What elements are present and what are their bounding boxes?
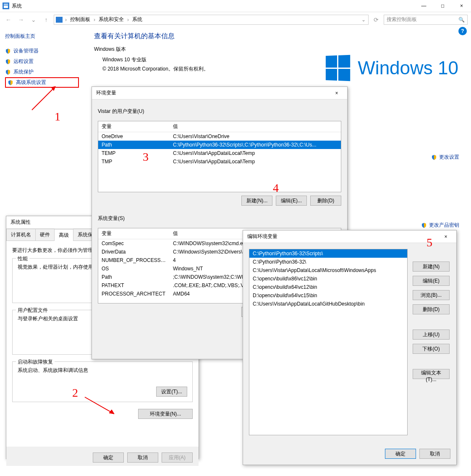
annotation-1: 1 bbox=[55, 110, 60, 123]
svg-line-0 bbox=[32, 86, 55, 110]
recent-dropdown[interactable]: ⌄ bbox=[29, 15, 39, 25]
path-row[interactable]: C:\Users\Vistar\AppData\Local\GitHubDesk… bbox=[249, 300, 407, 308]
path-edit-button[interactable]: 编辑(E) bbox=[413, 276, 450, 286]
env-title: 环境变量 bbox=[96, 89, 116, 97]
link-device-manager[interactable]: 设备管理器 bbox=[5, 46, 79, 56]
edit-close-button[interactable]: × bbox=[440, 234, 452, 240]
user-var-row[interactable]: TMPC:\Users\Vistar\AppData\Local\Temp bbox=[98, 157, 341, 166]
path-row[interactable]: C:\Python\Python36-32\ bbox=[249, 258, 407, 266]
edit-ok-button[interactable]: 确定 bbox=[385, 449, 416, 459]
path-new-button[interactable]: 新建(N) bbox=[413, 262, 450, 272]
annotation-2: 2 bbox=[72, 386, 78, 400]
change-product-key-link[interactable]: 更改产品密钥 bbox=[421, 222, 459, 229]
page-heading: 查看有关计算机的基本信息 bbox=[94, 32, 461, 41]
breadcrumb-dropdown[interactable]: ⌄ bbox=[361, 17, 366, 23]
crumb-control-panel[interactable]: 控制面板 bbox=[69, 16, 91, 23]
shield-icon bbox=[5, 69, 11, 75]
user-vars-list[interactable]: 变量值 OneDriveC:\Users\Vistar\OneDrivePath… bbox=[98, 121, 341, 192]
breadcrumb[interactable]: › 控制面板 › 系统和安全 › 系统 ⌄ bbox=[54, 15, 369, 25]
svg-line-2 bbox=[85, 397, 114, 414]
up-button[interactable]: ↑ bbox=[41, 15, 51, 25]
system-icon bbox=[3, 3, 9, 9]
path-row[interactable]: C:\Users\Vistar\AppData\Local\Microsoft\… bbox=[249, 266, 407, 275]
link-protection[interactable]: 系统保护 bbox=[5, 67, 79, 77]
sys-vars-label: 系统变量(S) bbox=[98, 212, 341, 225]
minimize-button[interactable]: — bbox=[414, 0, 433, 12]
user-var-row[interactable]: TEMPC:\Users\Vistar\AppData\Local\Temp bbox=[98, 149, 341, 157]
link-remote[interactable]: 远程设置 bbox=[5, 56, 79, 67]
startup-settings-button[interactable]: 设置(T)... bbox=[156, 387, 187, 397]
path-browse-button[interactable]: 浏览(B)... bbox=[413, 290, 450, 300]
shield-icon bbox=[5, 59, 11, 65]
search-input[interactable]: 搜索控制面板 🔍 bbox=[384, 15, 468, 25]
winver-label: Windows 版本 bbox=[94, 46, 461, 53]
sysprops-apply-button[interactable]: 应用(A) bbox=[162, 452, 193, 463]
svg-marker-3 bbox=[109, 410, 114, 414]
back-button[interactable]: ← bbox=[3, 15, 13, 25]
user-var-row[interactable]: PathC:\Python\Python36-32\Scripts\;C:\Py… bbox=[98, 141, 341, 149]
window-title: 系统 bbox=[12, 3, 22, 10]
user-delete-button[interactable]: 删除(D) bbox=[310, 196, 341, 206]
title-bar: 系统 — □ × bbox=[0, 0, 471, 12]
annotation-3: 3 bbox=[143, 150, 149, 164]
nav-bar: ← → ⌄ ↑ › 控制面板 › 系统和安全 › 系统 ⌄ ⟳ 搜索控制面板 🔍 bbox=[0, 12, 471, 27]
edit-env-dialog: 编辑环境变量 × C:\Python\Python36-32\Scripts\C… bbox=[243, 230, 457, 465]
user-new-button[interactable]: 新建(N)... bbox=[241, 196, 272, 206]
path-down-button[interactable]: 下移(O) bbox=[413, 344, 450, 354]
sysprops-cancel-button[interactable]: 取消 bbox=[127, 452, 158, 463]
path-row[interactable]: C:\opencv\build\x64\vc12\bin bbox=[249, 283, 407, 291]
tab-computer-name[interactable]: 计算机名 bbox=[6, 229, 36, 241]
edit-env-title: 编辑环境变量 bbox=[247, 233, 277, 240]
path-up-button[interactable]: 上移(U) bbox=[413, 330, 450, 340]
sysprops-ok-button[interactable]: 确定 bbox=[93, 452, 124, 463]
forward-button[interactable]: → bbox=[16, 15, 26, 25]
windows-logo: Windows 10 bbox=[325, 55, 458, 81]
path-delete-button[interactable]: 删除(D) bbox=[413, 304, 450, 314]
close-button[interactable]: × bbox=[452, 0, 471, 12]
tab-advanced[interactable]: 高级 bbox=[54, 229, 73, 241]
pc-icon bbox=[56, 17, 63, 23]
tab-hardware[interactable]: 硬件 bbox=[35, 229, 55, 241]
path-row[interactable]: D:\opencv\build\x64\vc15\bin bbox=[249, 291, 407, 300]
user-edit-button[interactable]: 编辑(E)... bbox=[276, 196, 307, 206]
edit-cancel-button[interactable]: 取消 bbox=[419, 449, 450, 459]
path-edit-text-button[interactable]: 编辑文本(T)... bbox=[413, 369, 450, 379]
change-settings-link[interactable]: 更改设置 bbox=[431, 154, 459, 161]
maximize-button[interactable]: □ bbox=[433, 0, 452, 12]
user-var-row[interactable]: OneDriveC:\Users\Vistar\OneDrive bbox=[98, 132, 341, 141]
sidebar-home[interactable]: 控制面板主页 bbox=[5, 33, 79, 40]
annotation-4: 4 bbox=[273, 181, 279, 195]
shield-icon bbox=[421, 222, 427, 228]
search-icon: 🔍 bbox=[458, 17, 465, 23]
annotation-5: 5 bbox=[427, 236, 432, 249]
shield-icon bbox=[5, 48, 11, 54]
path-list[interactable]: C:\Python\Python36-32\Scripts\C:\Python\… bbox=[249, 249, 408, 435]
shield-icon bbox=[8, 80, 13, 86]
path-row[interactable]: C:\Python\Python36-32\Scripts\ bbox=[249, 249, 407, 258]
dlg-title: 系统属性 bbox=[10, 219, 31, 226]
crumb-sys-security[interactable]: 系统和安全 bbox=[98, 16, 125, 23]
shield-icon bbox=[431, 154, 437, 160]
user-vars-label: Vistar 的用户变量(U) bbox=[98, 105, 341, 118]
env-close-button[interactable]: × bbox=[330, 90, 343, 96]
refresh-button[interactable]: ⟳ bbox=[371, 15, 381, 25]
annotation-arrow-2 bbox=[82, 395, 120, 420]
path-row[interactable]: C:\opencv\build\x86\vc12\bin bbox=[249, 275, 407, 283]
search-placeholder: 搜索控制面板 bbox=[387, 16, 417, 23]
crumb-system[interactable]: 系统 bbox=[131, 16, 143, 23]
env-vars-button[interactable]: 环境变量(N)... bbox=[138, 409, 193, 419]
